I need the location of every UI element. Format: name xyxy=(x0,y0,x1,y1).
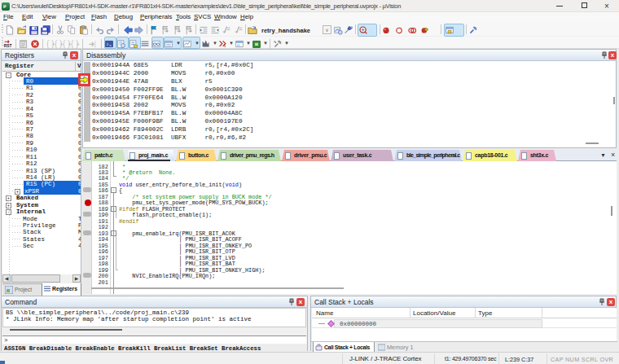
svg-text:RST: RST xyxy=(4,44,12,48)
